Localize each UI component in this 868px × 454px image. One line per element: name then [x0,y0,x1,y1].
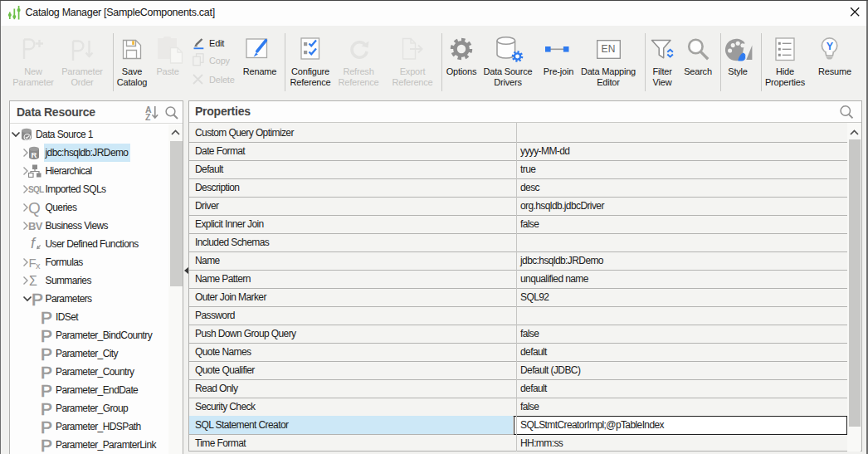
svg-text:P: P [41,381,52,400]
svg-text:Q: Q [28,199,41,217]
svg-text:P: P [41,326,52,345]
svg-text:BV: BV [28,220,43,232]
svg-text:SQL: SQL [28,185,44,194]
svg-text:P: P [41,417,52,437]
svg-text:P: P [32,290,43,309]
svg-text:Σ: Σ [29,274,37,288]
svg-text:P: P [41,363,52,382]
svg-text:R: R [32,149,37,159]
svg-text:x: x [36,261,41,271]
svg-text:P: P [41,344,52,364]
svg-text:Z: Z [145,112,151,121]
svg-text:P: P [41,399,52,418]
svg-text:P: P [41,436,52,454]
svg-text:P: P [41,308,52,327]
svg-text:f: f [31,235,37,251]
